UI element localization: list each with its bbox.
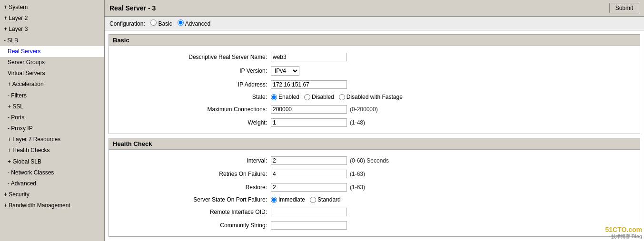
basic-section-header: Basic [109,35,640,46]
weight-label: Weight: [109,119,271,126]
max-connections-input[interactable] [271,105,347,114]
main-content: Real Server - 3 Submit Configuration: Ba… [105,0,644,241]
state-radio-group: Enabled Disabled Disabled with Fastage [271,94,403,100]
ip-address-input[interactable] [271,80,347,89]
state-disabled-fastage-label[interactable]: Disabled with Fastage [339,94,403,100]
basic-section-body: Descriptive Real Server Name: IP Version… [109,46,640,134]
config-basic-radio[interactable] [150,19,157,26]
weight-input[interactable] [271,118,347,127]
sidebar-item-proxy-ip[interactable]: - Proxy IP [0,123,104,134]
state-row: State: Enabled Disabled Disabled with Fa… [109,92,640,102]
sidebar-item-server-groups[interactable]: Server Groups [0,57,104,68]
max-connections-row: Maximum Connections: (0-200000) [109,103,640,116]
sidebar-item-real-servers[interactable]: Real Servers [0,46,104,57]
sidebar-item-acceleration[interactable]: + Acceleration [0,79,104,90]
state-disabled-label[interactable]: Disabled [304,94,334,100]
server-state-immediate-radio[interactable] [271,197,277,203]
health-check-header: Health Check [109,138,640,150]
ip-version-row: IP Version: IPv4 IPv6 [109,64,640,77]
state-enabled-label[interactable]: Enabled [271,94,299,100]
remote-oid-input[interactable] [271,208,347,216]
state-disabled-radio[interactable] [304,94,310,100]
sidebar-item-global-slb[interactable]: + Global SLB [0,156,104,167]
descriptive-name-row: Descriptive Real Server Name: [109,51,640,63]
ip-version-select[interactable]: IPv4 IPv6 [271,66,299,76]
sidebar-item-bandwidth[interactable]: + Bandwidth Management [0,200,104,211]
sidebar-item-layer2[interactable]: + Layer 2 [0,13,104,24]
sidebar-item-layer7[interactable]: + Layer 7 Resources [0,134,104,145]
sidebar-item-virtual-servers[interactable]: Virtual Servers [0,68,104,79]
server-state-row: Server State On Port Failure: Immediate … [109,194,640,205]
config-basic-label[interactable]: Basic [150,20,174,27]
sidebar-item-health-checks[interactable]: + Health Checks [0,145,104,156]
restore-row: Restore: (1-63) [109,181,640,193]
sidebar-item-security[interactable]: + Security [0,189,104,200]
config-advanced-radio[interactable] [178,19,184,26]
ip-address-row: IP Address: [109,78,640,91]
page-title-bar: Real Server - 3 Submit [105,0,644,17]
restore-hint: (1-63) [350,184,365,191]
interval-label: Interval: [109,157,271,164]
restore-input[interactable] [271,183,347,192]
server-state-standard-label[interactable]: Standard [310,196,341,203]
descriptive-name-input[interactable] [271,53,347,61]
interval-hint: (0-60) Seconds [350,157,389,164]
config-advanced-label[interactable]: Advanced [178,20,210,27]
weight-row: Weight: (1-48) [109,116,640,129]
sidebar: + System + Layer 2 + Layer 3 - SLB Real … [0,0,105,241]
server-state-immediate-label[interactable]: Immediate [271,196,305,203]
ip-address-label: IP Address: [109,81,271,88]
state-enabled-radio[interactable] [271,94,277,100]
basic-section: Basic Descriptive Real Server Name: IP V… [109,34,640,134]
sidebar-item-layer3[interactable]: + Layer 3 [0,24,104,35]
max-connections-label: Maximum Connections: [109,106,271,113]
interval-input[interactable] [271,156,347,165]
descriptive-name-label: Descriptive Real Server Name: [109,54,271,60]
server-state-label: Server State On Port Failure: [109,196,271,203]
submit-button[interactable]: Submit [609,3,639,13]
configuration-row: Configuration: Basic Advanced [105,17,644,30]
sidebar-item-advanced[interactable]: - Advanced [0,178,104,189]
weight-hint: (1-48) [350,119,365,126]
community-string-row: Community String: [109,219,640,231]
page-title: Real Server - 3 [109,4,156,12]
restore-label: Restore: [109,184,271,191]
server-state-standard-radio[interactable] [310,197,316,203]
sidebar-item-network-classes[interactable]: - Network Classes [0,167,104,178]
remote-oid-label: Remote Interface OID: [109,209,271,215]
health-check-body: Interval: (0-60) Seconds Retries On Fail… [109,150,640,236]
config-label: Configuration: [109,20,145,27]
sidebar-item-slb[interactable]: - SLB [0,35,104,46]
retries-hint: (1-63) [350,171,365,177]
retries-input[interactable] [271,170,347,178]
retries-label: Retries On Failure: [109,171,271,177]
server-state-radio-group: Immediate Standard [271,196,341,203]
interval-row: Interval: (0-60) Seconds [109,154,640,167]
remote-oid-row: Remote Interface OID: [109,206,640,218]
sidebar-item-system[interactable]: + System [0,2,104,13]
community-string-input[interactable] [271,221,347,230]
health-check-section: Health Check Interval: (0-60) Seconds Re… [109,138,640,237]
sidebar-item-ports[interactable]: - Ports [0,112,104,123]
state-disabled-fastage-radio[interactable] [339,94,345,100]
community-string-label: Community String: [109,222,271,229]
sidebar-item-ssl[interactable]: + SSL [0,101,104,112]
sidebar-item-filters[interactable]: - Filters [0,90,104,101]
retries-row: Retries On Failure: (1-63) [109,168,640,180]
state-label: State: [109,94,271,100]
ip-version-label: IP Version: [109,67,271,74]
max-connections-hint: (0-200000) [350,106,378,113]
